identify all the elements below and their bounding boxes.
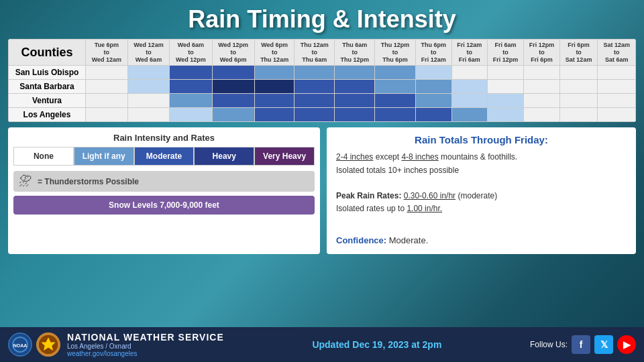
time-col-6: Thu 6amtoThu 12pm — [335, 40, 375, 66]
cell — [254, 108, 294, 122]
youtube-icon[interactable]: ▶ — [617, 335, 636, 354]
cell — [451, 108, 487, 122]
time-col-9: Fri 12amtoFri 6am — [451, 40, 487, 66]
peak-label: Peak Rain Rates: — [336, 191, 401, 200]
legend-title: Rain Intensity and Rates — [13, 133, 315, 143]
time-col-2: Wed 6amtoWed 12pm — [170, 40, 212, 66]
legend-panel: Rain Intensity and Rates None Light if a… — [8, 127, 320, 254]
agency-name: NATIONAL WEATHER SERVICE — [67, 332, 224, 343]
time-col-11: Fri 12pmtoFri 6pm — [523, 40, 559, 66]
timing-table: Counties Tue 6pmtoWed 12am Wed 12amtoWed… — [8, 39, 636, 122]
time-col-8: Thu 6pmtoFri 12am — [415, 40, 451, 66]
twitter-icon[interactable]: 𝕏 — [594, 335, 613, 354]
thunderstorms-row: ⛈ = Thunderstorms Possible — [13, 171, 315, 192]
footer: NOAA NATIONAL WEATHER SERVICE Los Angele… — [0, 327, 644, 362]
cell — [86, 66, 128, 80]
peak-value2: 1.00 in/hr. — [407, 204, 442, 213]
cell — [523, 66, 559, 80]
totals-panel: Rain Totals Through Friday: 2-4 inches e… — [327, 127, 636, 254]
cell — [487, 108, 523, 122]
cell — [487, 66, 523, 80]
cell — [598, 94, 636, 108]
totals-line2: Isolated totals 10+ inches possible — [336, 164, 627, 177]
snow-bar: Snow Levels 7,000-9,000 feet — [13, 196, 315, 215]
cell — [294, 66, 335, 80]
total-range2: 4-8 inches — [401, 152, 438, 162]
agency-location: Los Angeles / Oxnard — [67, 343, 224, 350]
legend-light: Light if any — [74, 147, 134, 166]
peak-rates-line: Peak Rain Rates: 0.30-0.60 in/hr (modera… — [336, 190, 627, 202]
legend-none: None — [13, 147, 74, 166]
peak-rates-line2: Isolated rates up to 1.00 in/hr. — [336, 202, 627, 215]
peak-value: 0.30-0.60 in/hr — [404, 191, 455, 200]
time-col-13: Sat 12amtoSat 6am — [598, 40, 636, 66]
cell — [170, 108, 212, 122]
cell — [559, 108, 598, 122]
cell — [415, 80, 451, 94]
cell — [451, 94, 487, 108]
legend-row: None Light if any Moderate Heavy Very He… — [13, 147, 315, 166]
legend-very-heavy: Very Heavy — [254, 147, 315, 166]
cell — [335, 94, 375, 108]
county-ventura: Ventura — [9, 94, 86, 108]
county-sb: Santa Barbara — [9, 80, 86, 94]
main-content: Rain Timing & Intensity Counties Tue 6pm… — [0, 0, 644, 259]
cell — [86, 94, 128, 108]
cell — [127, 80, 170, 94]
time-col-3: Wed 12pmtoWed 6pm — [212, 40, 254, 66]
cell — [254, 66, 294, 80]
cell — [86, 80, 128, 94]
cell — [335, 66, 375, 80]
county-column-header: Counties — [9, 40, 86, 66]
cell — [335, 80, 375, 94]
confidence-value: Moderate. — [389, 235, 429, 245]
cell — [212, 108, 254, 122]
cell — [559, 80, 598, 94]
facebook-icon[interactable]: f — [572, 335, 590, 354]
totals-line1: 2-4 inches except 4-8 inches mountains &… — [336, 151, 627, 164]
cell — [212, 80, 254, 94]
social-follow: Follow Us: f 𝕏 ▶ — [530, 335, 636, 354]
cell — [254, 94, 294, 108]
total-range1: 2-4 inches — [336, 152, 373, 162]
cell — [375, 80, 415, 94]
cell — [598, 108, 636, 122]
cell — [559, 94, 598, 108]
cell — [598, 66, 636, 80]
cell — [523, 94, 559, 108]
cell — [375, 94, 415, 108]
page-title: Rain Timing & Intensity — [8, 5, 636, 34]
bottom-row: Rain Intensity and Rates None Light if a… — [8, 127, 636, 254]
follow-label: Follow Us: — [530, 340, 568, 349]
table-row: San Luis Obispo — [9, 66, 636, 80]
totals-body: 2-4 inches except 4-8 inches mountains &… — [336, 151, 627, 247]
cell — [451, 80, 487, 94]
cell — [415, 66, 451, 80]
agency-website: weather.gov/losangeles — [67, 350, 224, 357]
cell — [170, 66, 212, 80]
nws-logo — [36, 333, 60, 357]
cell — [294, 108, 335, 122]
cell — [170, 94, 212, 108]
cell — [335, 108, 375, 122]
cell — [294, 94, 335, 108]
county-slo: San Luis Obispo — [9, 66, 86, 80]
time-col-7: Thu 12pmtoThu 6pm — [375, 40, 415, 66]
cell — [523, 80, 559, 94]
cell — [170, 80, 212, 94]
cell — [559, 66, 598, 80]
confidence-label: Confidence: — [336, 235, 386, 245]
legend-moderate: Moderate — [134, 147, 195, 166]
county-la: Los Angeles — [9, 108, 86, 122]
cell — [523, 108, 559, 122]
cell — [86, 108, 128, 122]
time-col-4: Wed 6pmtoThu 12am — [254, 40, 294, 66]
legend-heavy: Heavy — [194, 147, 254, 166]
footer-logos: NOAA — [8, 333, 60, 357]
cell — [127, 94, 170, 108]
cell — [487, 94, 523, 108]
cell — [127, 66, 170, 80]
cell — [375, 66, 415, 80]
thunder-icon: ⛈ — [19, 174, 32, 189]
cell — [415, 108, 451, 122]
